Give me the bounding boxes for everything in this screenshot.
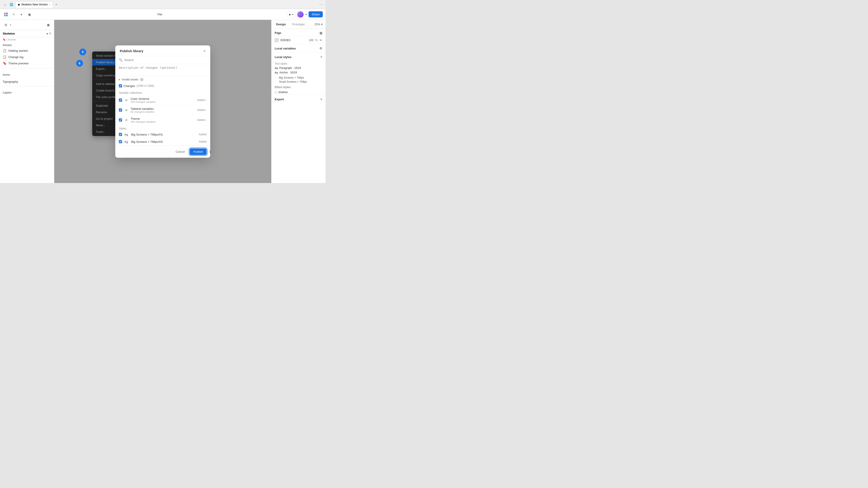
theme-status[interactable]: Added › [197,119,207,122]
sidebar-tabs: ⊞ ▾ [3,22,11,28]
figma-toolbar: ↖ ▾ ▣ File ▶ ▾ ▾ Share [0,9,326,20]
play-icon: ▶ [289,13,291,16]
tailwind-checkbox[interactable] [119,108,122,111]
layers-section: Layers [0,88,54,95]
style-h1-ag: Ag [124,133,129,136]
tab-skeleton[interactable]: ◆ Skeleton New Version × [16,1,53,8]
new-tab-button[interactable]: + [54,2,59,7]
anchor-label: Anchor · 16/24 [279,71,297,74]
share-button[interactable]: Share [309,11,323,18]
prototype-tab[interactable]: Prototype [290,22,307,27]
changes-checkbox[interactable] [119,84,122,88]
local-styles-label: Local styles [275,55,291,59]
export-label: Export [275,98,284,101]
style-item-h2: Ag Big Screens > 768px/H2 Added [115,138,210,145]
modal-close-button[interactable]: × [203,49,206,53]
page-section-icon[interactable]: ▣ [319,31,322,35]
sub-item-big-screens[interactable]: › Big Screens > 768px [272,76,326,80]
style-h1-checkbox[interactable] [119,133,122,136]
modal-title: Publish library [120,49,143,53]
panel-layout-button[interactable]: ▣ [45,22,51,28]
right-panel-tabs: Design Prototype 25% ▾ [272,20,326,29]
visibility-toggle[interactable]: 👁 [319,39,322,42]
avatar-arrow[interactable]: ▾ [305,13,307,16]
style-h2-checkbox[interactable] [119,140,122,143]
effect-styles-section: Effect styles [272,84,326,90]
shadow-icon: ◻ [275,91,277,94]
color-scheme-status[interactable]: Added › [197,98,207,102]
export-add-button[interactable]: + [320,97,322,101]
styles-label: Styles [115,125,210,131]
publish-button[interactable]: Publish [190,149,207,155]
page-color-row: E0E0E0 100 % 👁 [272,36,326,44]
version-indicator: ● [46,32,48,35]
toolbar-right: ▶ ▾ ▾ Share [287,11,323,18]
tailwind-status[interactable]: Added › [197,108,207,111]
local-styles-add-button[interactable]: + [320,55,322,59]
color-scheme-arrow: › [206,98,207,102]
cancel-button[interactable]: Cancel [173,149,187,155]
color-scheme-sub: 246 changed variables [131,101,195,103]
text-styles-group: Text styles Ag Paragraph · 16/24 Ag Anch… [272,60,326,76]
shadow-label: shadow [278,91,287,94]
style-anchor[interactable]: Ag Anchor · 16/24 [275,70,322,75]
style-h1-name: Big Screens > 768px/H1 [131,133,196,136]
paragraph-ag: Ag [275,67,278,69]
modal-overlay: Publish library × 🔍 [54,20,271,183]
figma-menu-button[interactable] [3,11,9,18]
zoom-control[interactable]: 25% ▾ [314,23,323,26]
play-arrow: ▾ [292,13,293,16]
file-menu-button[interactable]: File [158,13,162,16]
page-getting-started[interactable]: 📋 Getting started [0,47,54,54]
move-tool-button[interactable]: ↖ [11,11,17,18]
theme-name: Theme [131,117,195,121]
color-swatch[interactable] [275,38,279,42]
tailwind-name: Tailwind variables [131,107,195,110]
sub-item-small-screens[interactable]: › Small Screens < 768px [272,80,326,84]
svg-rect-3 [6,15,8,16]
publish-button-container: Publish 7 [190,149,207,155]
theme-gear-icon: ⚙ [124,118,128,122]
variable-item-theme: ⚙ Theme 404 changed variables Added › [115,115,210,125]
page-change-log[interactable]: 📋 Change log [0,54,54,60]
invalid-assets-section[interactable]: ▶ Invalid assets 1 [115,76,210,83]
canvas-area[interactable]: 5 6 n System na Design Generator he S [54,20,271,183]
browser-menu-button[interactable]: ⋯ [319,2,323,6]
style-paragraph[interactable]: Ag Paragraph · 16/24 [275,66,322,70]
project-name[interactable]: Skeleton [3,32,15,35]
icons-section: Icons [0,70,54,77]
local-vars-icon[interactable]: ⚙ [319,46,322,50]
design-tab[interactable]: Design [274,22,287,27]
local-variables-section: Local variables ⚙ [272,44,326,53]
description-input[interactable] [119,66,207,73]
color-scheme-checkbox[interactable] [119,98,122,102]
design-proto-tabs: Design Prototype [274,22,307,27]
style-h2-status: Added [199,140,207,143]
version-arrow[interactable]: ⊙ [49,32,51,35]
page-section-label: Page [275,31,281,35]
tab-bar: ◆ Skeleton New Version × + [16,1,317,8]
layers-tab-button[interactable]: ⊞ [3,22,9,28]
theme-checkbox[interactable] [119,119,122,122]
page-theme-preview[interactable]: 🔖 Theme preview [0,60,54,66]
color-scheme-name: Color Scheme [131,97,195,101]
layers-tab-arrow[interactable]: ▾ [10,24,11,26]
tools-arrow[interactable]: ▾ [18,11,24,18]
user-avatar[interactable] [297,11,304,18]
zoom-arrow: ▾ [321,23,323,26]
modal-body: ▶ Invalid assets 1 Changes (1566 of 1566… [115,76,210,145]
style-h1-status: Added [199,133,207,136]
shadow-effect-item[interactable]: ◻ shadow [272,90,326,95]
anchor-ag: Ag [275,71,278,74]
modal-search-bar: 🔍 [115,56,210,64]
sidebar-header: Skeleton ● ⊙ [0,30,54,37]
changes-header: Changes (1566 of 1566) [115,83,210,90]
typography-section: Typography [0,77,54,84]
project-label: Skeleton [3,32,15,35]
tab-close-button[interactable]: × [49,3,51,6]
play-button[interactable]: ▶ ▾ [287,12,296,17]
home-icon[interactable]: ⌂ [3,2,7,7]
panel-toggle-button[interactable]: ▣ [26,11,33,18]
search-input[interactable] [124,58,207,62]
globe-icon[interactable]: 🌐 [9,2,13,7]
